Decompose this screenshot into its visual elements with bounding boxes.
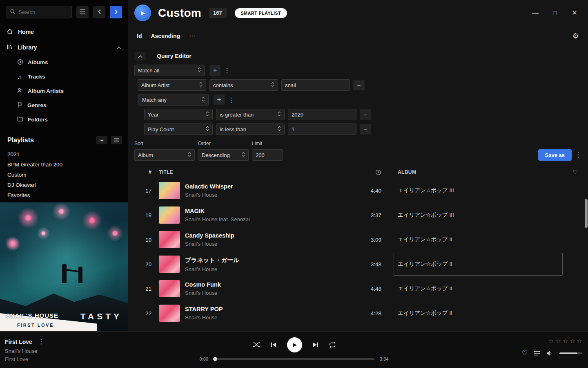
query-order-select[interactable]: Descending <box>198 149 249 161</box>
volume-icon[interactable] <box>546 350 553 356</box>
album-art-thumbnail <box>159 280 180 297</box>
match-type-select[interactable]: Match any <box>138 94 209 105</box>
column-album[interactable]: ALBUM <box>383 169 563 175</box>
table-row[interactable]: 21 Cosmo Funk Snail’s House 4:48 エイリアン☆ポ… <box>128 276 588 301</box>
table-row[interactable]: 19 Candy Spaceship Snail’s House 3:09 エイ… <box>128 227 588 252</box>
volume-fill <box>559 352 577 354</box>
rule-operator-select[interactable]: is less than <box>216 123 285 135</box>
select-value: Descending <box>202 152 230 158</box>
remove-rule-button[interactable]: − <box>360 109 371 120</box>
queue-button[interactable] <box>534 351 540 356</box>
nav-forward-button[interactable] <box>110 6 122 18</box>
rule-value-input[interactable] <box>288 109 356 120</box>
sidebar-item-home[interactable]: Home <box>0 24 128 40</box>
column-title[interactable]: TITLE <box>159 169 350 175</box>
rule-value-input[interactable] <box>288 123 356 135</box>
sidebar-item-label: Genres <box>27 102 47 108</box>
table-row[interactable]: 17 Galactic Whisper Snail’s House 4:40 エ… <box>128 178 588 203</box>
list-icon <box>114 137 119 144</box>
group-menu-button[interactable]: ⋮ <box>228 96 234 104</box>
previous-track-button[interactable] <box>271 342 277 348</box>
table-row[interactable]: 20 プラネット・ガール Snail’s House 3:48 エイリアン☆ポッ… <box>128 252 588 276</box>
group-menu-button[interactable]: ⋮ <box>224 67 230 74</box>
rule-field-select[interactable]: Play Count <box>144 123 213 135</box>
select-caret-icon <box>202 96 205 103</box>
minimize-button[interactable]: — <box>532 9 539 17</box>
track-album-focused-cell[interactable]: エイリアン☆ポップ II <box>383 252 563 276</box>
minus-icon: − <box>364 111 368 118</box>
volume-slider[interactable] <box>559 352 582 354</box>
duration-column-clock-icon[interactable] <box>350 169 383 175</box>
favorite-button[interactable]: ♡ <box>522 349 528 357</box>
track-artist: Snail’s House <box>185 192 233 198</box>
add-playlist-button[interactable]: + <box>96 136 107 144</box>
limit-input[interactable] <box>252 149 283 161</box>
search-input[interactable] <box>18 9 68 15</box>
seek-handle[interactable] <box>213 357 217 361</box>
star-icon[interactable]: ☆ <box>548 337 554 345</box>
artwork-figure <box>78 267 82 283</box>
save-as-button[interactable]: Save as <box>538 149 572 161</box>
playlist-item[interactable]: Favorites <box>0 190 128 200</box>
query-sort-select[interactable]: Album <box>134 149 195 161</box>
star-icon[interactable]: ☆ <box>555 337 561 345</box>
nav-back-button[interactable] <box>93 6 105 18</box>
sidebar-item-genres[interactable]: Genres <box>0 98 128 112</box>
playlist-list-button[interactable] <box>111 136 122 144</box>
rule-field-select[interactable]: Album Artist <box>138 79 206 91</box>
playlist-item[interactable]: BPM Greater than 200 <box>0 159 128 170</box>
close-button[interactable]: × <box>571 8 578 18</box>
menu-button[interactable] <box>76 6 89 18</box>
play-playlist-button[interactable]: ▶ <box>134 4 151 21</box>
favorite-column-heart-icon[interactable]: ♡ <box>563 169 588 175</box>
add-rule-button[interactable]: + <box>209 65 220 76</box>
rule-operator-select[interactable]: is greater than <box>216 109 285 120</box>
star-icon[interactable]: ☆ <box>570 337 575 345</box>
sort-field-button[interactable]: Id <box>137 33 142 39</box>
now-playing-menu-button[interactable]: ⋮ <box>38 338 45 346</box>
add-rule-button[interactable]: + <box>214 94 225 105</box>
sidebar-item-label: Folders <box>28 117 48 123</box>
shuffle-button[interactable] <box>252 342 261 348</box>
track-album: エイリアン☆ポップ II <box>383 227 563 252</box>
play-pause-button[interactable]: ▶ <box>287 337 302 352</box>
playlist-item[interactable]: Custom <box>0 170 128 180</box>
sidebar-item-albums[interactable]: Albums <box>0 55 128 70</box>
seek-slider[interactable] <box>214 358 374 360</box>
remove-rule-button[interactable]: − <box>353 80 365 90</box>
track-duration: 3:09 <box>350 237 383 243</box>
search-box[interactable] <box>6 6 72 18</box>
more-options-button[interactable]: ⋯ <box>189 32 196 40</box>
remove-rule-button[interactable]: − <box>360 124 371 135</box>
collapse-chevron-icon[interactable] <box>117 44 121 51</box>
playlist-item[interactable]: 2021 <box>0 149 128 159</box>
sort-direction-button[interactable]: Ascending <box>151 33 180 39</box>
select-caret-icon <box>242 152 245 158</box>
scrollbar-thumb[interactable] <box>585 199 588 228</box>
sidebar-item-library[interactable]: Library <box>0 40 128 55</box>
sidebar-item-label: Tracks <box>28 74 45 80</box>
track-artist: Snail’s House feat. Sennzai <box>185 216 250 222</box>
repeat-button[interactable] <box>329 342 336 348</box>
star-icon[interactable]: ☆ <box>563 337 568 345</box>
star-icon[interactable]: ☆ <box>577 337 582 345</box>
sidebar-item-tracks[interactable]: ♫ Tracks <box>0 70 128 84</box>
select-caret-icon <box>278 111 281 118</box>
rule-value-input[interactable] <box>281 79 350 91</box>
query-editor-collapse-button[interactable] <box>134 52 146 61</box>
playlist-item[interactable]: DJ Okawari <box>0 180 128 190</box>
save-menu-button[interactable]: ⋮ <box>575 151 581 159</box>
maximize-button[interactable]: □ <box>551 9 559 17</box>
chevron-right-icon <box>114 9 118 16</box>
table-row[interactable]: 22 STARRY POP Snail’s House 4:28 エイリアン☆ポ… <box>128 301 588 325</box>
match-type-select[interactable]: Match all <box>134 65 205 76</box>
rule-field-select[interactable]: Year <box>144 109 213 120</box>
rule-operator-select[interactable]: contains <box>209 79 278 91</box>
sidebar-item-album-artists[interactable]: Album Artists <box>0 84 128 98</box>
player-right: ☆ ☆ ☆ ☆ ☆ ♡ <box>522 337 582 357</box>
next-track-button[interactable] <box>312 342 318 348</box>
gear-icon[interactable]: ⚙ <box>572 31 579 40</box>
table-row[interactable]: 18 MAGIK Snail’s House feat. Sennzai 3:3… <box>128 203 588 227</box>
column-number[interactable]: # <box>128 169 159 175</box>
sidebar-item-folders[interactable]: Folders <box>0 112 128 127</box>
